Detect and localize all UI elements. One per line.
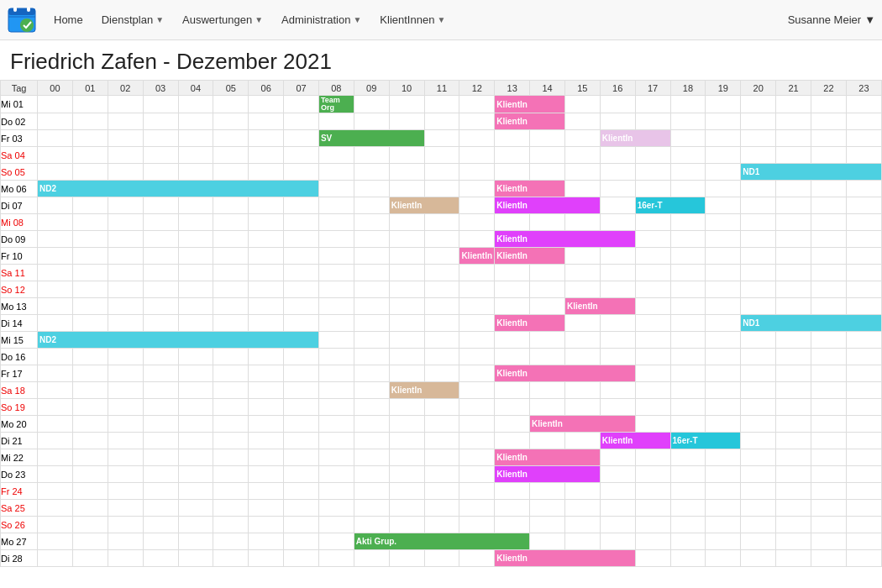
calendar-table: Tag 00 01 02 03 04 05 06 07 08 09 10 11 … — [0, 80, 882, 567]
empty-hour-cell — [284, 248, 319, 265]
col-19: 19 — [706, 81, 741, 96]
table-row: Do 16 — [1, 349, 882, 365]
event-cell[interactable]: KlientIn — [389, 382, 459, 399]
empty-hour-cell — [178, 533, 213, 550]
empty-hour-cell — [811, 113, 846, 130]
empty-hour-cell — [318, 533, 354, 550]
col-00: 00 — [38, 81, 73, 96]
day-label: Sa 18 — [1, 382, 38, 399]
empty-hour-cell — [776, 449, 811, 466]
event-cell[interactable]: TeamOrg — [318, 96, 354, 113]
event-cell[interactable]: KlientIn — [495, 449, 601, 466]
empty-hour-cell — [213, 550, 249, 567]
empty-hour-cell — [635, 483, 670, 500]
empty-hour-cell — [108, 550, 143, 567]
nav-administration[interactable]: Administration ▼ — [273, 8, 370, 31]
nav-klientinnen[interactable]: KlientInnen ▼ — [371, 8, 454, 31]
event-cell[interactable]: ND2 — [38, 332, 319, 349]
event-cell[interactable]: KlientIn — [600, 130, 670, 147]
empty-hour-cell — [741, 483, 776, 500]
empty-hour-cell — [530, 332, 565, 349]
empty-hour-cell — [72, 382, 108, 399]
empty-hour-cell — [318, 298, 354, 315]
empty-hour-cell — [670, 365, 706, 382]
event-cell[interactable]: ND1 — [741, 315, 882, 332]
empty-hour-cell — [213, 214, 249, 231]
empty-hour-cell — [354, 466, 389, 483]
empty-hour-cell — [530, 399, 565, 416]
empty-hour-cell — [143, 416, 178, 433]
table-row: Sa 25 — [1, 500, 882, 517]
event-cell[interactable]: 16er-T — [635, 197, 706, 214]
event-cell[interactable]: KlientIn — [459, 248, 495, 265]
empty-hour-cell — [38, 399, 73, 416]
empty-hour-cell — [38, 96, 73, 113]
empty-hour-cell — [389, 248, 424, 265]
table-row: Fr 03SVKlientIn — [1, 130, 882, 147]
event-cell[interactable]: ND1 — [741, 164, 882, 181]
empty-hour-cell — [143, 399, 178, 416]
col-05: 05 — [213, 81, 249, 96]
col-09: 09 — [354, 81, 389, 96]
empty-hour-cell — [424, 315, 459, 332]
empty-hour-cell — [38, 214, 73, 231]
nav-home[interactable]: Home — [45, 8, 92, 31]
event-cell[interactable]: KlientIn — [495, 113, 565, 130]
empty-hour-cell — [72, 365, 108, 382]
nav-dienstplan[interactable]: Dienstplan ▼ — [93, 8, 172, 31]
chevron-down-icon: ▼ — [255, 15, 263, 24]
empty-hour-cell — [108, 399, 143, 416]
nav-auswertungen[interactable]: Auswertungen ▼ — [174, 8, 271, 31]
empty-hour-cell — [249, 281, 284, 298]
empty-hour-cell — [495, 298, 530, 315]
empty-hour-cell — [72, 214, 108, 231]
empty-hour-cell — [424, 449, 459, 466]
event-cell[interactable]: KlientIn — [495, 466, 601, 483]
empty-hour-cell — [459, 433, 495, 449]
table-row: Sa 18KlientIn — [1, 382, 882, 399]
empty-hour-cell — [424, 214, 459, 231]
empty-hour-cell — [635, 298, 670, 315]
empty-hour-cell — [213, 533, 249, 550]
empty-hour-cell — [424, 298, 459, 315]
event-cell[interactable]: KlientIn — [495, 315, 565, 332]
event-cell[interactable]: KlientIn — [600, 433, 670, 449]
empty-hour-cell — [670, 382, 706, 399]
empty-hour-cell — [670, 483, 706, 500]
empty-hour-cell — [846, 281, 881, 298]
event-cell[interactable]: KlientIn — [495, 550, 635, 567]
event-cell[interactable]: KlientIn — [495, 96, 565, 113]
event-cell[interactable]: KlientIn — [564, 298, 635, 315]
event-cell[interactable]: KlientIn — [495, 248, 565, 265]
empty-hour-cell — [776, 265, 811, 281]
empty-hour-cell — [424, 349, 459, 365]
calendar-wrapper[interactable]: Tag 00 01 02 03 04 05 06 07 08 09 10 11 … — [0, 80, 882, 588]
empty-hour-cell — [530, 517, 565, 533]
event-cell[interactable]: KlientIn — [495, 365, 635, 382]
col-02: 02 — [108, 81, 143, 96]
empty-hour-cell — [635, 500, 670, 517]
empty-hour-cell — [811, 197, 846, 214]
event-cell[interactable]: 16er-T — [670, 433, 741, 449]
day-label: So 19 — [1, 399, 38, 416]
empty-hour-cell — [811, 517, 846, 533]
event-cell[interactable]: KlientIn — [389, 197, 459, 214]
empty-hour-cell — [284, 416, 319, 433]
event-cell[interactable]: Akti Grup. — [354, 533, 529, 550]
empty-hour-cell — [635, 214, 670, 231]
event-cell[interactable]: SV — [318, 130, 424, 147]
empty-hour-cell — [600, 164, 635, 181]
user-menu[interactable]: Susanne Meier ▼ — [788, 13, 875, 26]
empty-hour-cell — [108, 449, 143, 466]
event-cell[interactable]: KlientIn — [495, 197, 601, 214]
empty-hour-cell — [318, 197, 354, 214]
empty-hour-cell — [741, 349, 776, 365]
col-15: 15 — [564, 81, 600, 96]
event-cell[interactable]: ND2 — [38, 181, 319, 197]
event-cell[interactable]: KlientIn — [530, 416, 636, 433]
empty-hour-cell — [354, 197, 389, 214]
empty-hour-cell — [178, 96, 213, 113]
empty-hour-cell — [354, 500, 389, 517]
event-cell[interactable]: KlientIn — [495, 231, 635, 248]
event-cell[interactable]: KlientIn — [495, 181, 565, 197]
